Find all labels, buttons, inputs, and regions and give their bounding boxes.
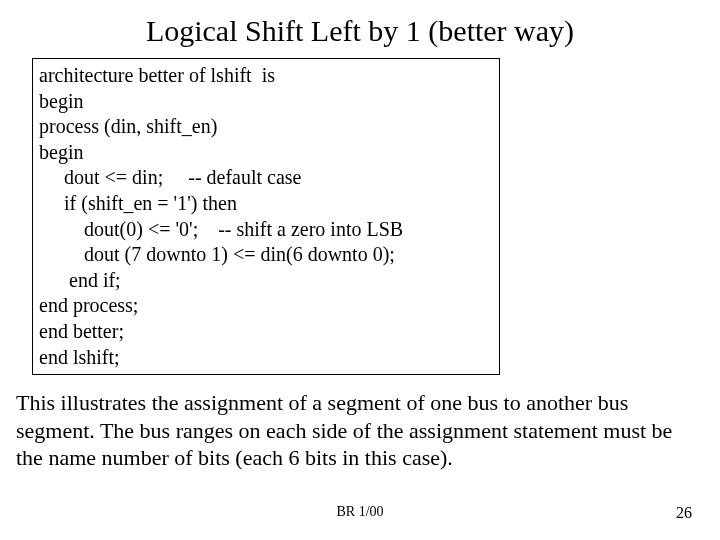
footer: BR 1/00 26 — [0, 504, 720, 524]
code-line: dout (7 downto 1) <= din(6 downto 0); — [39, 242, 493, 268]
code-block: architecture better of lshift is begin p… — [32, 58, 500, 375]
code-line: begin — [39, 140, 493, 166]
code-line: architecture better of lshift is — [39, 63, 493, 89]
footer-note: BR 1/00 — [0, 504, 720, 520]
code-line: begin — [39, 89, 493, 115]
code-line: dout(0) <= '0'; -- shift a zero into LSB — [39, 217, 493, 243]
code-line: if (shift_en = '1') then — [39, 191, 493, 217]
code-line: process (din, shift_en) — [39, 114, 493, 140]
body-paragraph: This illustrates the assignment of a seg… — [0, 375, 720, 472]
code-line: end lshift; — [39, 345, 493, 371]
code-line: end better; — [39, 319, 493, 345]
page-number: 26 — [676, 504, 692, 522]
code-line: end if; — [39, 268, 493, 294]
page-title: Logical Shift Left by 1 (better way) — [0, 0, 720, 58]
code-line: dout <= din; -- default case — [39, 165, 493, 191]
code-line: end process; — [39, 293, 493, 319]
